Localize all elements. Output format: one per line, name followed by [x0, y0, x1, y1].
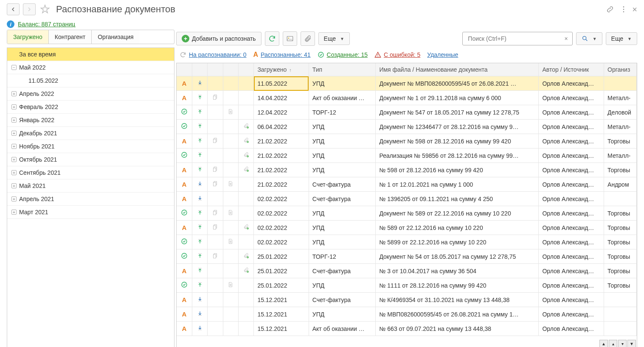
table-row[interactable]: A15.12.2021УПД№ МВП0826000595/45 от 26.0…	[177, 307, 637, 322]
col-doc[interactable]	[223, 63, 238, 76]
link-icon[interactable]	[605, 4, 615, 14]
filter-errors[interactable]: С ошибкой: 5	[374, 51, 420, 58]
tree-item[interactable]: +Сентябрь 2021	[7, 166, 174, 179]
expand-icon[interactable]: +	[11, 210, 17, 215]
status-cell: A	[177, 163, 192, 177]
table-row[interactable]: A14.04.2022Акт об оказании …Документ № 1…	[177, 91, 637, 105]
org-cell: Металл-	[604, 148, 637, 163]
col-name[interactable]: Имя файла / Наименование документа	[376, 63, 539, 76]
tree-item[interactable]: +Май 2021	[7, 179, 174, 193]
close-icon[interactable]: ×	[632, 5, 637, 14]
balance-link[interactable]: Баланс: 887 страниц	[18, 21, 75, 28]
tree-item[interactable]: +Апрель 2021	[7, 193, 174, 206]
tree-item[interactable]: +Октябрь 2021	[7, 153, 174, 166]
tree-item[interactable]: +Апрель 2022	[7, 87, 174, 101]
scroll-top-icon[interactable]: ▲	[599, 340, 608, 347]
table-row[interactable]: A11.05.2022УПДДокумент № МВП0826000595/4…	[177, 76, 637, 91]
tree-item[interactable]: +Декабрь 2021	[7, 127, 174, 140]
table-row[interactable]: A25.01.2022Счет-фактура№ 3 от 10.04.2017…	[177, 264, 637, 278]
table-row[interactable]: A02.02.2022Счет-фактура№ 1396205 от 09.1…	[177, 192, 637, 206]
expand-icon[interactable]: +	[11, 118, 17, 123]
forward-button[interactable]	[23, 3, 36, 15]
tree-item[interactable]: +Март 2021	[7, 206, 174, 219]
direction-cell	[192, 293, 207, 307]
type-cell: УПД	[309, 76, 376, 91]
copy-cell	[208, 91, 223, 105]
filter-deleted[interactable]: Удаленные	[427, 51, 458, 58]
copy-cell	[208, 249, 223, 264]
tree-item[interactable]: +Январь 2022	[7, 114, 174, 127]
expand-icon[interactable]: +	[11, 157, 17, 162]
clear-search-icon[interactable]: ×	[562, 35, 571, 42]
tree-item[interactable]: 11.05.2022	[7, 74, 174, 87]
table-row[interactable]: 21.02.2022УПДРеализация № 59856 от 28.12…	[177, 148, 637, 163]
sort-asc-icon: ↑	[289, 67, 292, 73]
search-button[interactable]: ▼	[576, 32, 602, 45]
table-row[interactable]: A15.12.2021Акт об оказании …№ 663 от 09.…	[177, 322, 637, 336]
expand-icon[interactable]: +	[11, 170, 17, 175]
col-author[interactable]: Автор / Источник	[539, 63, 604, 76]
table-row[interactable]: A15.12.2021Счет-фактура№ К/4969354 от 31…	[177, 293, 637, 307]
table-row[interactable]: 06.04.2022УПДДокумент № 12346477 от 28.1…	[177, 120, 637, 134]
attach-cell	[239, 148, 254, 163]
tab-organization[interactable]: Организация	[92, 30, 139, 44]
col-attach[interactable]	[239, 63, 254, 76]
col-type[interactable]: Тип	[309, 63, 376, 76]
tree-item[interactable]: За все время	[7, 48, 174, 61]
org-cell	[604, 293, 637, 307]
expand-icon[interactable]: +	[11, 183, 17, 188]
col-copy[interactable]	[208, 63, 223, 76]
expand-icon[interactable]: +	[11, 91, 17, 96]
author-cell: Орлов Александ…	[539, 177, 604, 192]
type-cell: УПД	[309, 134, 376, 148]
table-row[interactable]: 12.04.2022ТОРГ-12Документ № 547 от 18.05…	[177, 105, 637, 120]
copy-cell	[208, 105, 223, 120]
status-cell	[177, 249, 192, 264]
attachment-button[interactable]	[301, 31, 315, 46]
tab-contragent[interactable]: Контрагент	[49, 30, 92, 44]
col-date[interactable]: Загружено↑	[254, 63, 309, 76]
expand-icon[interactable]: +	[11, 131, 17, 136]
table-row[interactable]: 25.01.2022ТОРГ-12Документ № 54 от 18.05.…	[177, 249, 637, 264]
date-cell: 02.02.2022	[254, 235, 309, 249]
table-row[interactable]: 25.01.2022УПД№ 1111 от 28.12.2016 на сум…	[177, 278, 637, 293]
tree-item[interactable]: −Май 2022	[7, 61, 174, 74]
filter-created[interactable]: Созданные: 15	[318, 51, 368, 58]
search-input[interactable]	[464, 32, 562, 45]
refresh-button[interactable]	[265, 31, 279, 46]
tree-item[interactable]: +Февраль 2022	[7, 101, 174, 114]
expand-icon[interactable]: +	[11, 104, 17, 109]
scroll-down-icon[interactable]: ▾	[618, 340, 627, 347]
more-button[interactable]: Еще▼	[318, 32, 350, 45]
copy-cell	[208, 163, 223, 177]
table-row[interactable]: A02.02.2022УПД№ 589 от 22.12.2016 на сум…	[177, 221, 637, 235]
table-row[interactable]: A21.02.2022УПД№ 598 от 28.12.2016 на сум…	[177, 163, 637, 177]
filter-recognizing[interactable]: На распознавании: 0	[180, 51, 247, 58]
table-row[interactable]: A21.02.2022Счет-фактура№ 1 от 12.01.2021…	[177, 177, 637, 192]
expand-icon[interactable]: +	[11, 196, 17, 201]
expand-icon[interactable]: +	[11, 144, 17, 149]
scroll-bottom-icon[interactable]: ▼	[627, 340, 636, 347]
date-cell: 14.04.2022	[254, 91, 309, 105]
name-cell: Документ № МВП0826000595/45 от 26.08.202…	[376, 76, 539, 91]
add-recognize-button[interactable]: + Добавить и распознать	[176, 32, 262, 45]
filter-recognized[interactable]: A Распознанные: 41	[253, 51, 311, 59]
col-direction[interactable]	[192, 63, 207, 76]
tab-loaded[interactable]: Загружено	[7, 30, 49, 44]
tree-item[interactable]: +Ноябрь 2021	[7, 140, 174, 153]
more2-button[interactable]: Еще▼	[606, 32, 637, 45]
table-row[interactable]: 02.02.2022УПД№ 5899 от 22.12.2016 на сум…	[177, 235, 637, 249]
image-button[interactable]	[283, 31, 297, 46]
table-row[interactable]: 02.02.2022УПДДокумент № 589 от 22.12.201…	[177, 206, 637, 221]
col-org[interactable]: Организ	[604, 63, 637, 76]
collapse-icon[interactable]: −	[11, 65, 17, 70]
org-cell: Торговы	[604, 235, 637, 249]
back-button[interactable]	[7, 3, 20, 15]
table-row[interactable]: A21.02.2022УПДДокумент № 598 от 28.12.20…	[177, 134, 637, 148]
date-cell: 21.02.2022	[254, 134, 309, 148]
kebab-icon[interactable]	[619, 4, 629, 14]
svg-rect-26	[213, 226, 216, 229]
col-status[interactable]	[177, 63, 192, 76]
favorite-icon[interactable]	[39, 3, 51, 15]
scroll-up-icon[interactable]: ▴	[609, 340, 617, 347]
